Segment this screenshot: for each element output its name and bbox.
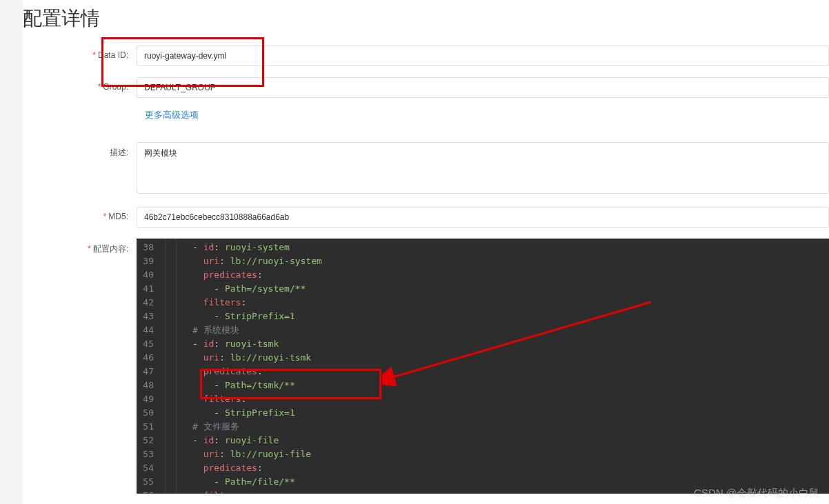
row-desc: 描述: 网关模块: [23, 142, 829, 196]
code-line: - StripPrefix=1: [192, 406, 829, 420]
gutter-line: 42: [139, 296, 154, 310]
code-line: - Path=/tsmk/**: [192, 379, 829, 392]
code-line: uri: lb://ruoyi-system: [192, 254, 829, 268]
editor-code[interactable]: - id: ruoyi-system uri: lb://ruoyi-syste…: [192, 239, 829, 494]
gutter-line: 43: [139, 310, 154, 323]
row-group: *Group:: [23, 77, 829, 98]
gutter-line: 54: [139, 461, 154, 475]
gutter-line: 39: [139, 254, 154, 268]
gutter-line: 38: [139, 241, 154, 254]
label-desc: 描述:: [23, 142, 137, 159]
code-line: - StripPrefix=1: [192, 310, 829, 323]
input-group[interactable]: [137, 77, 829, 98]
label-group: *Group:: [23, 77, 137, 92]
page-title: 配置详情: [23, 0, 829, 46]
gutter-line: 50: [139, 406, 154, 420]
gutter-line: 40: [139, 268, 154, 282]
code-line: filters:: [192, 489, 829, 494]
code-line: uri: lb://ruoyi-file: [192, 447, 829, 461]
editor-gutter: 38394041424344454647484950515253545556: [137, 239, 159, 494]
code-line: predicates:: [192, 461, 829, 475]
textarea-desc[interactable]: 网关模块: [137, 142, 829, 194]
code-line: - id: ruoyi-system: [192, 241, 829, 254]
label-data-id: *Data ID:: [23, 46, 137, 60]
code-line: # 系统模块: [192, 323, 829, 337]
code-line: - id: ruoyi-file: [192, 434, 829, 447]
link-more-options[interactable]: 更多高级选项: [145, 109, 199, 121]
code-line: predicates:: [192, 365, 829, 379]
gutter-line: 52: [139, 434, 154, 447]
gutter-line: 41: [139, 282, 154, 296]
code-line: - Path=/system/**: [192, 282, 829, 296]
gutter-line: 56: [139, 489, 154, 494]
gutter-line: 49: [139, 392, 154, 406]
code-line: filters:: [192, 296, 829, 310]
code-line: - Path=/file/**: [192, 475, 829, 489]
label-content: *配置内容:: [23, 239, 137, 255]
gutter-line: 53: [139, 447, 154, 461]
input-md5[interactable]: [137, 207, 829, 228]
gutter-line: 55: [139, 475, 154, 489]
input-data-id[interactable]: [137, 46, 829, 66]
gutter-line: 51: [139, 420, 154, 434]
code-line: filters:: [192, 392, 829, 406]
row-data-id: *Data ID:: [23, 46, 829, 66]
code-line: predicates:: [192, 268, 829, 282]
code-line: - id: ruoyi-tsmk: [192, 337, 829, 351]
row-content: *配置内容: 383940414243444546474849505152535…: [23, 239, 829, 494]
gutter-line: 44: [139, 323, 154, 337]
code-line: uri: lb://ruoyi-tsmk: [192, 351, 829, 365]
gutter-line: 47: [139, 365, 154, 379]
gutter-line: 45: [139, 337, 154, 351]
editor-fold-guides: [159, 239, 192, 494]
code-line: # 文件服务: [192, 420, 829, 434]
code-editor[interactable]: 38394041424344454647484950515253545556 -…: [137, 239, 829, 494]
row-md5: *MD5:: [23, 207, 829, 228]
gutter-line: 48: [139, 379, 154, 392]
label-md5: *MD5:: [23, 207, 137, 221]
gutter-line: 46: [139, 351, 154, 365]
